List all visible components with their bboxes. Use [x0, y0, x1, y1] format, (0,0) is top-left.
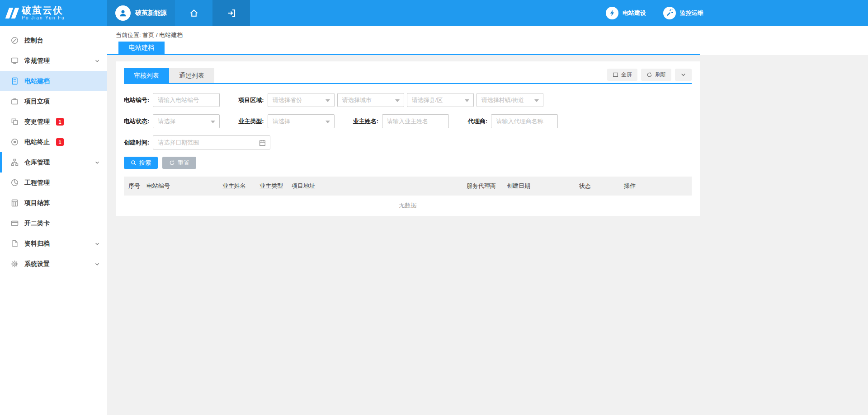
col-owner-name: 业主姓名 — [222, 182, 259, 190]
col-owner-type: 业主类型 — [259, 182, 292, 190]
breadcrumb-current: 电站建档 — [159, 32, 183, 38]
company-name: 破茧新能源 — [135, 9, 167, 17]
main-content: 当前位置: 首页 / 电站建档 电站建档 审核列表 通过列表 全屏 — [107, 26, 868, 415]
tab-review-list[interactable]: 审核列表 — [124, 68, 169, 83]
fullscreen-icon — [613, 72, 618, 78]
station-terminate-badge: 1 — [56, 138, 64, 146]
station-no-label: 电站编号: — [124, 96, 149, 104]
brand-logo-icon — [7, 8, 17, 19]
reset-button[interactable]: 重置 — [162, 157, 196, 169]
date-range-input[interactable]: 请选择日期范围 — [153, 135, 270, 149]
lightning-icon — [606, 7, 618, 19]
owner-type-label: 业主类型: — [238, 117, 264, 126]
copy-icon — [11, 118, 19, 126]
breadcrumb-home-link[interactable]: 首页 — [142, 32, 154, 38]
gauge-icon — [11, 37, 19, 44]
top-bar: 破茧云伏 Po Jian Yun Fu 破茧新能源 电站建设 监控运维 — [0, 0, 868, 26]
change-mgmt-badge: 1 — [56, 118, 64, 126]
app-logo: 破茧云伏 Po Jian Yun Fu — [0, 0, 107, 26]
page-tab-station-archive[interactable]: 电站建档 — [118, 42, 165, 54]
nav-monitor-ops-label: 监控运维 — [680, 9, 703, 17]
breadcrumb: 当前位置: 首页 / 电站建档 — [107, 26, 868, 39]
chevron-down-icon — [94, 160, 100, 165]
monitor-icon — [11, 57, 19, 65]
search-button[interactable]: 搜索 — [124, 157, 158, 169]
logout-button[interactable] — [212, 0, 250, 26]
caret-down-icon — [534, 99, 539, 102]
col-status: 状态 — [579, 182, 624, 190]
pie-chart-icon — [11, 179, 19, 187]
content-card: 审核列表 通过列表 全屏 刷新 — [116, 61, 700, 216]
calculator-icon — [11, 199, 19, 207]
sidebar: 控制台 常规管理 电站建档 项目立项 变更管理 1 电站终止 1 仓库管理 — [0, 26, 107, 415]
refresh-icon — [646, 72, 652, 78]
fullscreen-button[interactable]: 全屏 — [607, 69, 637, 81]
nav-station-build-label: 电站建设 — [623, 9, 646, 17]
stop-icon — [11, 138, 19, 146]
sidebar-item-project-settlement[interactable]: 项目结算 — [0, 193, 107, 213]
city-select[interactable]: 请选择城市 — [337, 93, 404, 107]
region-label: 项目区域: — [238, 96, 264, 104]
sidebar-item-change-mgmt[interactable]: 变更管理 1 — [0, 112, 107, 132]
agent-label: 代理商: — [468, 117, 487, 126]
col-seq: 序号 — [128, 182, 146, 190]
collapse-button[interactable] — [675, 69, 692, 81]
brand-subtitle: Po Jian Yun Fu — [22, 15, 65, 20]
sidebar-item-general-mgmt[interactable]: 常规管理 — [0, 51, 107, 71]
col-project-address: 项目地址 — [292, 182, 467, 190]
caret-down-icon — [465, 99, 469, 102]
caret-down-icon — [395, 99, 400, 102]
nav-monitor-ops[interactable]: 监控运维 — [663, 7, 703, 19]
owner-type-select[interactable]: 请选择 — [268, 114, 335, 128]
tab-underline — [107, 54, 700, 55]
caret-down-icon — [211, 121, 215, 123]
breadcrumb-strip: 当前位置: 首页 / 电站建档 电站建档 — [107, 26, 868, 55]
sidebar-item-data-archive[interactable]: 资料归档 — [0, 233, 107, 254]
briefcase-icon — [11, 98, 19, 105]
nav-station-build[interactable]: 电站建设 — [606, 7, 646, 19]
file-icon — [11, 77, 19, 85]
sidebar-item-station-terminate[interactable]: 电站终止 1 — [0, 132, 107, 152]
caret-down-icon — [326, 121, 330, 123]
sidebar-item-station-archive[interactable]: 电站建档 — [0, 71, 107, 91]
owner-name-label: 业主姓名: — [353, 117, 378, 126]
sidebar-item-engineering-mgmt[interactable]: 工程管理 — [0, 173, 107, 193]
col-created-date: 创建日期 — [507, 182, 579, 190]
sidebar-item-warehouse-mgmt[interactable]: 仓库管理 — [0, 152, 107, 173]
sidebar-item-project-initiation[interactable]: 项目立项 — [0, 91, 107, 112]
col-service-agent: 服务代理商 — [467, 182, 507, 190]
calendar-icon — [259, 140, 266, 146]
gear-icon — [11, 260, 19, 268]
chevron-down-icon — [94, 241, 100, 247]
home-button[interactable] — [175, 0, 212, 26]
avatar — [115, 5, 131, 21]
sidebar-item-class2-card[interactable]: 开二类卡 — [0, 213, 107, 233]
search-icon — [131, 160, 137, 166]
sidebar-item-system-settings[interactable]: 系统设置 — [0, 254, 107, 274]
sidebar-item-console[interactable]: 控制台 — [0, 30, 107, 51]
filter-form: 电站编号: 项目区域: 请选择省份 请选择城市 — [124, 93, 692, 169]
panel-tabs: 审核列表 通过列表 全屏 刷新 — [124, 68, 692, 84]
table-header: 序号 电站编号 业主姓名 业主类型 项目地址 服务代理商 创建日期 状态 操作 — [124, 177, 692, 196]
card-icon — [11, 219, 19, 227]
reset-icon — [169, 160, 175, 166]
brand-title: 破茧云伏 — [22, 5, 65, 15]
breadcrumb-separator: / — [156, 32, 158, 38]
archive-icon — [11, 240, 19, 247]
station-no-input[interactable] — [153, 93, 220, 107]
created-time-label: 创建时间: — [124, 139, 149, 147]
town-select[interactable]: 请选择村镇/街道 — [476, 93, 543, 107]
empty-state: 无数据 — [124, 196, 692, 215]
owner-name-input[interactable] — [382, 114, 449, 128]
province-select[interactable]: 请选择省份 — [268, 93, 335, 107]
tab-passed-list[interactable]: 通过列表 — [169, 68, 214, 83]
chevron-down-icon — [94, 58, 100, 64]
station-status-select[interactable]: 请选择 — [153, 114, 220, 128]
home-icon — [189, 9, 198, 18]
refresh-button[interactable]: 刷新 — [641, 69, 671, 81]
station-status-label: 电站状态: — [124, 117, 149, 126]
agent-input[interactable] — [491, 114, 558, 128]
user-menu[interactable]: 破茧新能源 — [107, 0, 175, 26]
district-select[interactable]: 请选择县/区 — [407, 93, 474, 107]
wrench-icon — [663, 7, 676, 19]
